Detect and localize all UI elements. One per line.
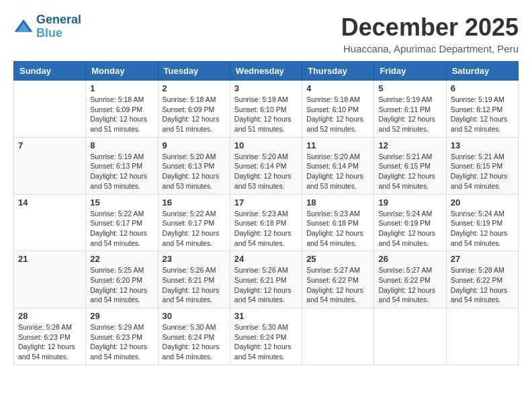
list-item: 16Sunrise: 5:22 AM Sunset: 6:17 PM Dayli… [158,194,230,251]
day-info: Sunrise: 5:27 AM Sunset: 6:22 PM Dayligh… [306,265,369,305]
day-info: Sunrise: 5:30 AM Sunset: 6:24 PM Dayligh… [163,322,226,362]
day-info: Sunrise: 5:19 AM Sunset: 6:11 PM Dayligh… [378,95,441,134]
day-info: Sunrise: 5:18 AM Sunset: 6:09 PM Dayligh… [90,95,153,134]
day-number: 21 [18,254,81,264]
day-number: 10 [234,140,298,150]
list-item: 28Sunrise: 5:28 AM Sunset: 6:23 PM Dayli… [14,308,86,365]
list-item: 30Sunrise: 5:30 AM Sunset: 6:24 PM Dayli… [158,308,230,365]
logo: General Blue [13,13,81,40]
list-item: 2Sunrise: 5:18 AM Sunset: 6:09 PM Daylig… [158,81,230,138]
day-number: 3 [234,83,298,93]
day-info: Sunrise: 5:23 AM Sunset: 6:18 PM Dayligh… [234,209,298,248]
day-info: Sunrise: 5:20 AM Sunset: 6:14 PM Dayligh… [234,152,298,191]
day-info: Sunrise: 5:20 AM Sunset: 6:13 PM Dayligh… [163,152,226,191]
list-item: 17Sunrise: 5:23 AM Sunset: 6:18 PM Dayli… [230,194,302,251]
day-number: 18 [306,197,369,208]
day-number: 15 [90,197,153,208]
logo-icon [13,17,34,37]
col-wednesday: Wednesday [230,62,302,81]
col-thursday: Thursday [302,62,374,81]
day-info: Sunrise: 5:19 AM Sunset: 6:13 PM Dayligh… [90,152,153,191]
list-item: 24Sunrise: 5:26 AM Sunset: 6:21 PM Dayli… [230,251,302,308]
col-friday: Friday [374,62,446,81]
day-info: Sunrise: 5:20 AM Sunset: 6:14 PM Dayligh… [306,152,369,191]
day-info: Sunrise: 5:18 AM Sunset: 6:09 PM Dayligh… [163,95,226,134]
day-number: 6 [451,83,514,93]
list-item: 15Sunrise: 5:22 AM Sunset: 6:17 PM Dayli… [86,194,158,251]
list-item: 1Sunrise: 5:18 AM Sunset: 6:09 PM Daylig… [86,81,158,138]
day-number: 27 [451,254,514,264]
day-number: 8 [90,140,153,150]
day-number: 7 [18,140,81,150]
list-item: 31Sunrise: 5:30 AM Sunset: 6:24 PM Dayli… [230,308,302,365]
list-item: 13Sunrise: 5:21 AM Sunset: 6:15 PM Dayli… [446,137,518,194]
list-item: 25Sunrise: 5:27 AM Sunset: 6:22 PM Dayli… [302,251,374,308]
list-item: 11Sunrise: 5:20 AM Sunset: 6:14 PM Dayli… [302,137,374,194]
table-row: 28Sunrise: 5:28 AM Sunset: 6:23 PM Dayli… [14,308,519,365]
list-item: 7 [14,137,86,194]
day-number: 28 [18,311,81,321]
day-number: 29 [90,311,153,321]
day-number: 11 [306,140,369,150]
list-item [446,308,518,365]
col-tuesday: Tuesday [158,62,230,81]
day-info: Sunrise: 5:25 AM Sunset: 6:20 PM Dayligh… [90,265,153,305]
day-info: Sunrise: 5:26 AM Sunset: 6:21 PM Dayligh… [234,265,298,305]
col-saturday: Saturday [446,62,518,81]
table-row: 1Sunrise: 5:18 AM Sunset: 6:09 PM Daylig… [14,81,519,138]
day-number: 4 [306,83,369,93]
day-info: Sunrise: 5:24 AM Sunset: 6:19 PM Dayligh… [451,209,514,248]
header-row: Sunday Monday Tuesday Wednesday Thursday… [14,62,519,81]
list-item: 10Sunrise: 5:20 AM Sunset: 6:14 PM Dayli… [230,137,302,194]
list-item: 18Sunrise: 5:23 AM Sunset: 6:18 PM Dayli… [302,194,374,251]
list-item: 4Sunrise: 5:18 AM Sunset: 6:10 PM Daylig… [302,81,374,138]
day-info: Sunrise: 5:21 AM Sunset: 6:15 PM Dayligh… [451,152,514,191]
logo-text: General Blue [36,13,81,40]
subtitle: Huaccana, Apurimac Department, Peru [341,43,519,54]
day-info: Sunrise: 5:28 AM Sunset: 6:22 PM Dayligh… [451,265,514,305]
list-item: 9Sunrise: 5:20 AM Sunset: 6:13 PM Daylig… [158,137,230,194]
list-item: 22Sunrise: 5:25 AM Sunset: 6:20 PM Dayli… [86,251,158,308]
day-number: 23 [163,254,226,264]
day-number: 17 [234,197,298,208]
day-number: 22 [90,254,153,264]
day-info: Sunrise: 5:29 AM Sunset: 6:23 PM Dayligh… [90,322,153,362]
day-number: 12 [378,140,441,150]
day-number: 31 [234,311,298,321]
month-title: December 2025 [341,13,519,42]
day-info: Sunrise: 5:21 AM Sunset: 6:15 PM Dayligh… [378,152,441,191]
day-number: 30 [163,311,226,321]
list-item: 20Sunrise: 5:24 AM Sunset: 6:19 PM Dayli… [446,194,518,251]
header: General Blue December 2025 Huaccana, Apu… [13,13,519,54]
list-item: 6Sunrise: 5:19 AM Sunset: 6:12 PM Daylig… [446,81,518,138]
day-number: 24 [234,254,298,264]
list-item [14,81,86,138]
list-item: 19Sunrise: 5:24 AM Sunset: 6:19 PM Dayli… [374,194,446,251]
day-number: 14 [18,197,81,208]
table-row: 1415Sunrise: 5:22 AM Sunset: 6:17 PM Day… [14,194,519,251]
day-number: 25 [306,254,369,264]
day-info: Sunrise: 5:22 AM Sunset: 6:17 PM Dayligh… [90,209,153,248]
col-monday: Monday [86,62,158,81]
list-item: 8Sunrise: 5:19 AM Sunset: 6:13 PM Daylig… [86,137,158,194]
title-section: December 2025 Huaccana, Apurimac Departm… [341,13,519,54]
list-item: 12Sunrise: 5:21 AM Sunset: 6:15 PM Dayli… [374,137,446,194]
day-number: 9 [163,140,226,150]
calendar-table: Sunday Monday Tuesday Wednesday Thursday… [13,61,519,365]
day-info: Sunrise: 5:18 AM Sunset: 6:10 PM Dayligh… [234,95,298,134]
day-number: 19 [378,197,441,208]
list-item: 5Sunrise: 5:19 AM Sunset: 6:11 PM Daylig… [374,81,446,138]
day-number: 16 [163,197,226,208]
day-info: Sunrise: 5:26 AM Sunset: 6:21 PM Dayligh… [163,265,226,305]
table-row: 78Sunrise: 5:19 AM Sunset: 6:13 PM Dayli… [14,137,519,194]
list-item: 3Sunrise: 5:18 AM Sunset: 6:10 PM Daylig… [230,81,302,138]
day-number: 5 [378,83,441,93]
list-item: 21 [14,251,86,308]
table-row: 2122Sunrise: 5:25 AM Sunset: 6:20 PM Day… [14,251,519,308]
day-info: Sunrise: 5:23 AM Sunset: 6:18 PM Dayligh… [306,209,369,248]
list-item: 14 [14,194,86,251]
list-item: 26Sunrise: 5:27 AM Sunset: 6:22 PM Dayli… [374,251,446,308]
day-info: Sunrise: 5:22 AM Sunset: 6:17 PM Dayligh… [163,209,226,248]
day-info: Sunrise: 5:28 AM Sunset: 6:23 PM Dayligh… [18,322,81,362]
col-sunday: Sunday [14,62,86,81]
